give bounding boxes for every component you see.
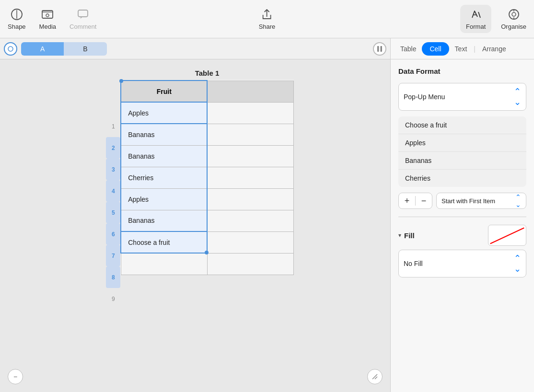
fill-header: ▾ Fill	[398, 225, 526, 246]
cell-5-b[interactable]	[207, 167, 293, 188]
table-row	[121, 253, 293, 275]
col-a-label[interactable]: A	[21, 42, 64, 56]
right-panel: Table Cell Text | Arrange Data Format Po…	[390, 38, 534, 392]
cell-6-a[interactable]: Apples	[121, 188, 207, 210]
cell-3-b[interactable]	[207, 124, 293, 145]
menu-item-choose-label: Choose a fruit	[405, 121, 447, 129]
popup-menu-chevron-icon: ⌃⌄	[514, 86, 521, 107]
cell-7-b[interactable]	[207, 210, 293, 231]
toolbar-comment[interactable]: Comment	[70, 8, 96, 30]
cell-4-b[interactable]	[207, 145, 293, 167]
toolbar-shape[interactable]: Shape	[8, 8, 26, 30]
tab-cell-label: Cell	[430, 45, 441, 53]
organise-label: Organise	[501, 23, 526, 30]
no-fill-dropdown[interactable]: No Fill ⌃⌄	[398, 250, 526, 277]
fill-preview-line	[490, 228, 524, 244]
sheet-container: 1 2 3 4 5 6 7 8 9 Table 1 Fruit	[0, 59, 390, 392]
pause-button[interactable]	[373, 42, 386, 56]
svg-rect-4	[78, 10, 88, 17]
tab-table[interactable]: Table	[395, 41, 422, 57]
tab-arrange-label: Arrange	[482, 45, 506, 53]
menu-item-cherries[interactable]: Cherries	[398, 170, 526, 187]
row-num-6: 6	[106, 223, 120, 245]
row-num-9: 9	[106, 288, 120, 310]
table-row: Bananas	[121, 124, 293, 145]
section-divider	[398, 217, 526, 217]
row-num-2: 2	[106, 137, 120, 159]
format-label: Format	[466, 23, 486, 30]
add-item-button[interactable]: +	[399, 193, 415, 209]
svg-point-9	[8, 46, 13, 51]
start-dropdown-chevron-icon: ⌃⌄	[515, 193, 521, 208]
resize-handle[interactable]	[367, 369, 383, 384]
popup-menu-label: Pop-Up Menu	[404, 93, 445, 101]
menu-item-cherries-label: Cherries	[405, 174, 430, 182]
svg-rect-10	[377, 46, 379, 52]
fill-label: Fill	[404, 231, 415, 240]
table-row: Bananas	[121, 210, 293, 231]
panel-content: Data Format Pop-Up Menu ⌃⌄ Choose a frui…	[391, 59, 534, 285]
organise-icon	[507, 8, 521, 21]
toolbar-format[interactable]: Format	[460, 5, 491, 33]
bottom-controls: −	[8, 369, 383, 384]
cell-7-a[interactable]: Bananas	[121, 210, 207, 231]
add-remove-buttons: + −	[398, 193, 432, 209]
col-selector[interactable]: A B	[21, 42, 107, 56]
cell-8-a[interactable]: Choose a fruit	[121, 231, 207, 253]
tab-text-label: Text	[455, 45, 467, 53]
table-wrapper: Table 1 Fruit Apples	[120, 69, 294, 275]
cell-9-b[interactable]	[207, 253, 293, 275]
table-title: Table 1	[120, 69, 294, 77]
cell-4-a[interactable]: Bananas	[121, 145, 207, 167]
tab-cell[interactable]: Cell	[422, 42, 449, 56]
comment-label: Comment	[70, 23, 96, 30]
toolbar-media[interactable]: Media	[39, 8, 56, 30]
menu-list: Choose a fruit Apples Bananas Cherries	[398, 116, 526, 187]
menu-item-apples[interactable]: Apples	[398, 134, 526, 152]
row-indicator	[4, 42, 17, 56]
row-num-1: 1	[106, 115, 120, 137]
data-format-section: Data Format	[398, 67, 526, 77]
table-row: Apples	[121, 102, 293, 124]
share-icon	[260, 8, 274, 21]
table-row: Cherries	[121, 167, 293, 188]
svg-point-6	[512, 12, 516, 16]
svg-point-3	[46, 14, 49, 17]
toolbar-share[interactable]: Share	[259, 8, 276, 30]
cell-3-a[interactable]: Bananas	[121, 124, 207, 145]
popup-menu-dropdown[interactable]: Pop-Up Menu ⌃⌄	[398, 83, 526, 111]
add-remove-row: + − Start with First Item ⌃⌄	[398, 193, 526, 209]
col-bar: A B	[0, 38, 390, 59]
spreadsheet: Fruit Apples Bananas	[120, 80, 294, 275]
toolbar: Shape Media Comment	[0, 0, 534, 38]
row-num-4: 4	[106, 180, 120, 202]
col-fruit-header[interactable]: Fruit	[121, 81, 207, 102]
shape-label: Shape	[8, 23, 26, 30]
no-fill-chevron-icon: ⌃⌄	[514, 253, 521, 274]
cell-6-b[interactable]	[207, 188, 293, 210]
format-icon	[469, 8, 483, 21]
row-num-8: 8	[106, 266, 120, 288]
no-fill-label: No Fill	[404, 260, 423, 267]
cell-2-a[interactable]: Apples	[121, 102, 207, 124]
col-b-label[interactable]: B	[64, 42, 106, 56]
tab-arrange[interactable]: Arrange	[476, 41, 512, 57]
start-dropdown[interactable]: Start with First Item ⌃⌄	[436, 193, 526, 209]
start-dropdown-label: Start with First Item	[441, 197, 495, 205]
table-row: Bananas	[121, 145, 293, 167]
cell-9-a[interactable]	[121, 253, 207, 275]
col-b-header[interactable]	[207, 81, 293, 102]
menu-item-choose[interactable]: Choose a fruit	[398, 116, 526, 134]
media-label: Media	[39, 23, 56, 30]
toolbar-organise[interactable]: Organise	[501, 8, 526, 30]
cell-8-b[interactable]	[207, 231, 293, 253]
row-num-header	[106, 94, 120, 115]
cell-2-b[interactable]	[207, 102, 293, 124]
menu-item-bananas[interactable]: Bananas	[398, 152, 526, 170]
remove-item-button[interactable]: −	[416, 193, 432, 209]
data-format-title: Data Format	[398, 67, 526, 75]
cell-5-a[interactable]: Cherries	[121, 167, 207, 188]
tab-text[interactable]: Text	[449, 41, 473, 57]
minus-button[interactable]: −	[8, 369, 23, 384]
fill-chevron-icon: ▾	[398, 232, 401, 239]
